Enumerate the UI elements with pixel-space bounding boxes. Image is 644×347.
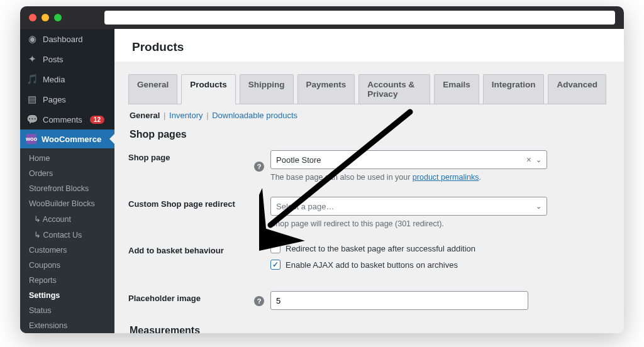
comment-icon: 💬	[26, 114, 38, 125]
window-close-icon[interactable]	[29, 14, 36, 21]
sidebar-label: Dashboard	[43, 35, 83, 44]
sidebar-item-posts[interactable]: ✦ Posts	[20, 49, 114, 69]
pages-icon: ▤	[26, 94, 38, 105]
media-icon: 🎵	[26, 74, 38, 85]
tab-shipping[interactable]: Shipping	[240, 74, 294, 104]
sidebar-label: Pages	[43, 95, 66, 104]
tab-advanced[interactable]: Advanced	[548, 74, 606, 104]
woo-sub-storefront-blocks[interactable]: Storefront Blocks	[20, 181, 114, 196]
row-add-to-basket: Add to basket behaviour Redirect to the …	[128, 243, 606, 276]
checkbox-label: Redirect to the basket page after succes…	[286, 244, 475, 253]
woo-sub-settings[interactable]: Settings	[20, 288, 114, 303]
woo-sub-extensions[interactable]: Extensions	[20, 318, 114, 333]
shop-page-description: The base page can also be used in your p…	[270, 173, 547, 182]
window-zoom-icon[interactable]	[54, 14, 62, 21]
checkbox-label: Enable AJAX add to basket buttons on arc…	[286, 260, 458, 270]
tab-payments[interactable]: Payments	[297, 74, 355, 104]
product-permalinks-link[interactable]: product permalinks	[413, 173, 479, 182]
browser-window: ◉ Dashboard ✦ Posts 🎵 Media ▤ Pages 💬 Co…	[20, 6, 624, 333]
woo-sub-customers[interactable]: Customers	[20, 243, 114, 258]
page-title: Products	[114, 29, 624, 62]
row-shop-page: Shop page ? Pootle Store × ⌄ The base pa…	[128, 150, 606, 182]
woo-sub-orders[interactable]: Orders	[20, 166, 114, 181]
subnav-downloadable[interactable]: Downloadable products	[212, 111, 297, 120]
comments-count-badge: 12	[90, 116, 104, 124]
settings-tabs: General Products Shipping Payments Accou…	[128, 74, 606, 104]
woo-sub-status[interactable]: Status	[20, 303, 114, 318]
sidebar-label: Posts	[43, 55, 64, 64]
checkbox-row-redirect-basket: Redirect to the basket page after succes…	[270, 243, 547, 253]
tab-products[interactable]: Products	[181, 74, 236, 104]
content-body: General Products Shipping Payments Accou…	[114, 62, 624, 333]
woocommerce-submenu: Home Orders Storefront Blocks WooBuilder…	[20, 148, 114, 333]
redirect-placeholder: Select a page…	[276, 202, 335, 211]
window-minimize-icon[interactable]	[42, 14, 49, 21]
redirect-description: Shop page will redirect to this page (30…	[270, 219, 547, 228]
row-placeholder-image: Placeholder image ?	[128, 291, 606, 310]
shop-page-select[interactable]: Pootle Store × ⌄	[270, 150, 547, 169]
subnav-general[interactable]: General	[130, 111, 160, 120]
section-heading-measurements: Measurements	[130, 325, 606, 333]
row-custom-shop-redirect: Custom Shop page redirect Select a page……	[128, 197, 606, 228]
label-custom-shop-redirect: Custom Shop page redirect	[128, 197, 254, 209]
browser-url-bar[interactable]	[104, 11, 615, 25]
checkbox-ajax-add-to-basket[interactable]: ✓	[270, 260, 280, 270]
products-subnav: General | Inventory | Downloadable produ…	[130, 111, 606, 120]
woo-sub-coupons[interactable]: Coupons	[20, 258, 114, 273]
sidebar-item-pages[interactable]: ▤ Pages	[20, 89, 114, 109]
gauge-icon: ◉	[26, 33, 38, 45]
label-add-to-basket: Add to basket behaviour	[128, 243, 254, 255]
sidebar-item-comments[interactable]: 💬 Comments 12	[20, 109, 114, 129]
tab-general[interactable]: General	[128, 74, 177, 104]
woocommerce-icon: woo	[26, 134, 36, 144]
checkbox-row-ajax: ✓ Enable AJAX add to basket buttons on a…	[270, 260, 547, 270]
content-area: Products General Products Shipping Payme…	[114, 29, 624, 333]
woo-sub-woobuilder-blocks[interactable]: WooBuilder Blocks	[20, 196, 114, 211]
sidebar-item-dashboard[interactable]: ◉ Dashboard	[20, 29, 114, 49]
chevron-down-icon: ⌄	[536, 202, 541, 211]
sidebar-item-media[interactable]: 🎵 Media	[20, 69, 114, 89]
woo-sub2-account[interactable]: Account	[20, 211, 114, 227]
subnav-inventory[interactable]: Inventory	[169, 111, 203, 120]
wp-admin-sidebar: ◉ Dashboard ✦ Posts 🎵 Media ▤ Pages 💬 Co…	[20, 29, 114, 333]
tab-accounts-privacy[interactable]: Accounts & Privacy	[358, 74, 430, 104]
label-placeholder-image: Placeholder image	[128, 291, 254, 303]
placeholder-image-input[interactable]	[270, 291, 528, 310]
shop-page-value: Pootle Store	[276, 155, 321, 165]
tab-emails[interactable]: Emails	[434, 74, 479, 104]
section-heading-shop-pages: Shop pages	[130, 129, 606, 140]
sidebar-item-woocommerce[interactable]: woo WooCommerce	[20, 129, 114, 148]
checkbox-redirect-basket[interactable]	[270, 243, 280, 253]
sidebar-label: WooCommerce	[42, 135, 101, 144]
browser-titlebar	[20, 6, 624, 29]
help-icon[interactable]: ?	[254, 296, 264, 306]
help-icon[interactable]: ?	[254, 162, 264, 172]
sidebar-label: Comments	[43, 115, 82, 124]
woo-sub-home[interactable]: Home	[20, 151, 114, 166]
custom-shop-redirect-select[interactable]: Select a page… ⌄	[270, 197, 547, 216]
woo-sub-reports[interactable]: Reports	[20, 273, 114, 288]
chevron-down-icon: ⌄	[536, 156, 541, 164]
woo-sub2-contact[interactable]: Contact Us	[20, 227, 114, 243]
pin-icon: ✦	[26, 53, 38, 65]
clear-icon[interactable]: ×	[526, 155, 531, 165]
tab-integration[interactable]: Integration	[483, 74, 545, 104]
sidebar-label: Media	[43, 75, 65, 84]
label-shop-page: Shop page	[128, 150, 254, 162]
